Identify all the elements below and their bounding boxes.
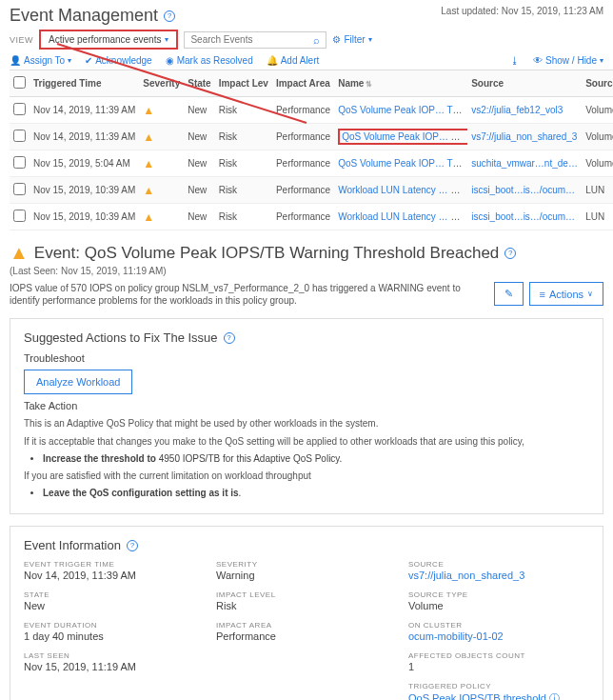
table-row[interactable]: Nov 14, 2019, 11:39 AM ▲ New Risk Perfor… (10, 124, 613, 150)
actions-button[interactable]: ≡Actions ∨ (529, 282, 604, 306)
col-state[interactable]: State (184, 70, 214, 97)
row-checkbox[interactable] (13, 103, 26, 115)
col-impactarea[interactable]: Impact Area (272, 70, 334, 97)
cell-impactlev: Risk (215, 204, 272, 230)
mark-resolved-button[interactable]: ◉Mark as Resolved (166, 55, 253, 66)
warning-icon: ▲ (143, 184, 154, 197)
col-impactlev[interactable]: Impact Lev (215, 70, 272, 97)
view-selector[interactable]: Active performance events▾ (39, 30, 178, 50)
info-item: SOURCE TYPE Volume (408, 590, 589, 611)
cell-state: New (184, 177, 214, 204)
cell-severity: ▲ (139, 177, 184, 204)
check-icon: ✔ (85, 55, 92, 66)
sort-icon: ⇅ (366, 80, 372, 89)
cell-state: New (184, 150, 214, 177)
cell-state: New (184, 124, 214, 150)
filter-button[interactable]: ⚙ Filter ▾ (332, 34, 371, 45)
info-label: EVENT DURATION (24, 621, 205, 630)
chevron-down-icon: ▾ (165, 35, 168, 44)
add-alert-button[interactable]: 🔔Add Alert (267, 55, 320, 66)
table-row[interactable]: Nov 15, 2019, 10:39 AM ▲ New Risk Perfor… (10, 177, 613, 204)
cell-sourcety: Volume (582, 124, 613, 150)
table-row[interactable]: Nov 14, 2019, 11:39 AM ▲ New Risk Perfor… (10, 97, 613, 124)
cell-severity: ▲ (139, 97, 184, 124)
cell-impactarea: Performance (272, 204, 334, 230)
select-all-checkbox[interactable] (13, 76, 26, 89)
warning-icon: ▲ (10, 242, 29, 264)
cell-time: Nov 15, 2019, 5:04 AM (30, 150, 139, 177)
analyze-workload-button[interactable]: Analyze Workload (24, 370, 132, 394)
info-label: IMPACT AREA (216, 621, 397, 630)
col-triggered[interactable]: Triggered Time (30, 70, 139, 97)
take-action-text3: If you are satisfied with the current li… (24, 470, 589, 482)
info-value: 1 day 40 minutes (24, 630, 205, 642)
cell-name[interactable]: QoS Volume Peak IOP… Threshold Breached (334, 150, 467, 177)
help-icon[interactable]: ? (127, 540, 138, 551)
cell-source[interactable]: iscsi_boot…is…/ocum-c220-07 (467, 204, 582, 230)
info-item: IMPACT LEVEL Risk (216, 590, 397, 611)
col-source[interactable]: Source (467, 70, 582, 97)
info-item: AFFECTED OBJECTS COUNT 1 (408, 651, 589, 672)
help-icon[interactable]: ? (224, 332, 235, 344)
info-value: New (24, 600, 205, 611)
cell-impactlev: Risk (215, 150, 272, 177)
info-label: LAST SEEN (24, 651, 205, 660)
row-checkbox[interactable] (13, 210, 26, 222)
cell-severity: ▲ (139, 204, 184, 230)
info-item: STATE New (24, 590, 205, 611)
info-label: TRIGGERED POLICY (408, 682, 589, 690)
cell-time: Nov 15, 2019, 10:39 AM (30, 204, 139, 230)
cell-sourcety: Volume (582, 150, 613, 177)
take-action-text: This is an Adaptive QoS Policy that migh… (24, 417, 589, 430)
warning-icon: ▲ (143, 210, 154, 224)
col-name[interactable]: Name⇅ (334, 70, 467, 97)
cell-state: New (184, 204, 214, 230)
cell-name[interactable]: Workload LUN Latency … Service Level Pol… (334, 177, 467, 204)
view-label: VIEW (10, 35, 33, 45)
cell-state: New (184, 97, 214, 124)
table-row[interactable]: Nov 15, 2019, 5:04 AM ▲ New Risk Perform… (10, 150, 613, 177)
info-value[interactable]: QoS Peak IOPS/TB threshold ⓘ (408, 691, 589, 700)
info-value[interactable]: vs7://julia_non_shared_3 (408, 570, 589, 581)
cell-sourcety: Volume (582, 97, 613, 124)
cell-name[interactable]: Workload LUN Latency … Service Level Pol… (334, 204, 467, 230)
row-checkbox[interactable] (13, 183, 26, 195)
acknowledge-button[interactable]: ✔Acknowledge (85, 55, 151, 66)
cell-name[interactable]: QoS Volume Peak IOP… Threshold Breached (334, 124, 467, 150)
info-value: Warning (216, 570, 397, 581)
cell-sourcety: LUN (582, 177, 613, 204)
info-item: EVENT TRIGGER TIME Nov 14, 2019, 11:39 A… (24, 560, 205, 581)
take-action-heading: Take Action (24, 400, 589, 411)
search-input[interactable]: ⌕ (184, 31, 326, 49)
help-icon[interactable]: ? (504, 248, 516, 259)
warning-icon: ▲ (143, 157, 154, 170)
info-label: SOURCE TYPE (408, 590, 589, 599)
cell-name[interactable]: QoS Volume Peak IOP… Threshold Breached (334, 97, 467, 124)
col-severity[interactable]: Severity (139, 70, 184, 97)
help-icon[interactable]: ? (164, 10, 175, 22)
cell-severity: ▲ (139, 124, 184, 150)
cell-time: Nov 14, 2019, 11:39 AM (30, 97, 139, 124)
col-sourcety[interactable]: Source Ty (582, 70, 613, 97)
row-checkbox[interactable] (13, 130, 26, 142)
cell-source[interactable]: vs7://julia_non_shared_3 (467, 124, 582, 150)
cell-time: Nov 14, 2019, 11:39 AM (30, 124, 139, 150)
info-item: SEVERITY Warning (216, 560, 397, 581)
info-item[interactable]: TRIGGERED POLICY QoS Peak IOPS/TB thresh… (408, 682, 589, 700)
info-item[interactable]: ON CLUSTER ocum-mobility-01-02 (408, 621, 589, 642)
info-item[interactable]: SOURCE vs7://julia_non_shared_3 (408, 560, 589, 581)
edit-button[interactable]: ✎ (494, 282, 524, 306)
info-item: IMPACT AREA Performance (216, 621, 397, 642)
info-value[interactable]: ocum-mobility-01-02 (408, 630, 589, 642)
table-row[interactable]: Nov 15, 2019, 10:39 AM ▲ New Risk Perfor… (10, 204, 613, 230)
cell-source[interactable]: iscsi_boot…is…/ocum-c220-01 (467, 177, 582, 204)
cell-impactlev: Risk (215, 124, 272, 150)
assign-to-button[interactable]: 👤Assign To ▾ (10, 55, 71, 66)
search-icon[interactable]: ⌕ (313, 34, 320, 46)
cell-source[interactable]: vs2://julia_feb12_vol3 (467, 97, 582, 124)
show-hide-button[interactable]: 👁Show / Hide ▾ (533, 55, 603, 66)
row-checkbox[interactable] (13, 156, 26, 169)
download-button[interactable]: ⭳ (510, 55, 520, 66)
cell-impactlev: Risk (215, 97, 272, 124)
cell-source[interactable]: suchita_vmwar…nt_delete_01 (467, 150, 582, 177)
